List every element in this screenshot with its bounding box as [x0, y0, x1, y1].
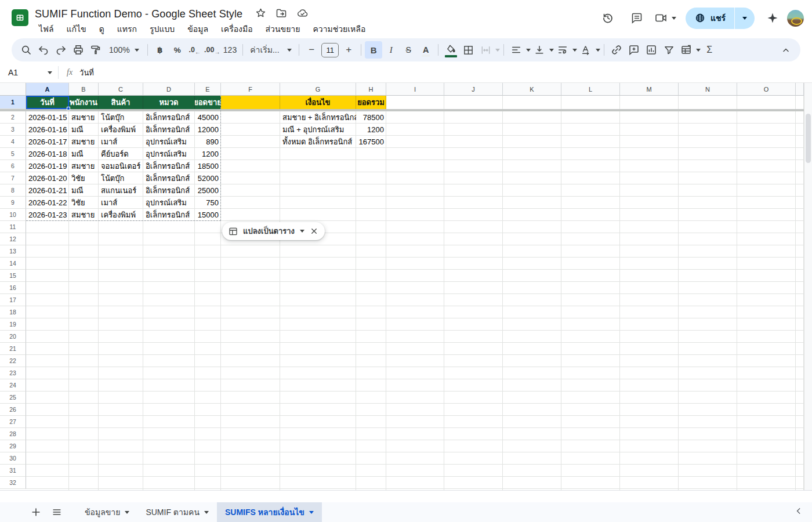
zoom-control[interactable]: 100%: [104, 41, 144, 59]
meet-caret-icon[interactable]: [672, 17, 676, 20]
menu-item-0[interactable]: ไฟล์: [35, 21, 58, 37]
tab-scroll-left-icon[interactable]: [795, 507, 803, 517]
share-button[interactable]: แชร์: [686, 8, 734, 29]
row-header-11[interactable]: 11: [0, 221, 26, 233]
column-header-G[interactable]: G: [280, 83, 356, 96]
cell-H3[interactable]: 1200: [356, 124, 386, 136]
bold-button[interactable]: B: [365, 41, 382, 59]
row-header-23[interactable]: 23: [0, 367, 26, 379]
decrease-font-size-button[interactable]: −: [303, 41, 320, 59]
redo-button[interactable]: [52, 41, 70, 59]
move-to-folder-icon[interactable]: [276, 8, 287, 21]
row-header-21[interactable]: 21: [0, 343, 26, 355]
menu-item-5[interactable]: ข้อมูล: [183, 21, 212, 37]
sheet-tab-caret-icon[interactable]: [309, 511, 314, 514]
version-history-icon[interactable]: [596, 6, 619, 30]
add-sheet-button[interactable]: [26, 502, 46, 522]
undo-button[interactable]: [35, 41, 52, 59]
meet-button[interactable]: [654, 11, 676, 25]
sheets-logo-icon[interactable]: [12, 9, 28, 26]
row-header-13[interactable]: 13: [0, 245, 26, 258]
row-header-27[interactable]: 27: [0, 416, 26, 428]
spreadsheet-grid[interactable]: ABCDEFGHIJKLMNO1234567891011121314151617…: [0, 83, 812, 490]
cell-H2[interactable]: 78500: [356, 111, 386, 124]
vertical-align-button[interactable]: [531, 41, 548, 59]
column-header-K[interactable]: K: [503, 83, 561, 96]
menu-item-8[interactable]: ความช่วยเหลือ: [309, 21, 369, 37]
text-rotation-caret-icon[interactable]: [596, 49, 600, 52]
row-header-22[interactable]: 22: [0, 355, 26, 367]
row-header-4[interactable]: 4: [0, 136, 26, 148]
create-filter-button[interactable]: [660, 41, 677, 59]
name-box[interactable]: A1: [0, 68, 58, 77]
insert-chart-button[interactable]: [643, 41, 660, 59]
column-header-M[interactable]: M: [620, 83, 679, 96]
cell-G3[interactable]: มณี + อุปกรณ์เสริม: [280, 124, 356, 136]
row-header-32[interactable]: 32: [0, 477, 26, 489]
menu-item-7[interactable]: ส่วนขยาย: [262, 21, 304, 37]
row-header-19[interactable]: 19: [0, 318, 26, 331]
row-header-9[interactable]: 9: [0, 197, 26, 209]
italic-button[interactable]: I: [382, 41, 400, 59]
star-icon[interactable]: [255, 8, 266, 21]
select-all-corner[interactable]: [0, 83, 26, 96]
sheet-tab-0[interactable]: ข้อมูลขาย: [77, 502, 137, 522]
row-header-14[interactable]: 14: [0, 258, 26, 270]
borders-button[interactable]: [459, 41, 477, 59]
menu-item-1[interactable]: แก้ไข: [63, 21, 90, 37]
column-header-L[interactable]: L: [561, 83, 620, 96]
cell-H1[interactable]: ยอดรวม: [356, 96, 386, 109]
format-percent-button[interactable]: %: [169, 41, 186, 59]
column-header-A[interactable]: A: [26, 83, 69, 96]
insert-comment-button[interactable]: [625, 41, 643, 59]
column-header-N[interactable]: N: [679, 83, 737, 96]
row-header-15[interactable]: 15: [0, 270, 26, 282]
paint-format-button[interactable]: [87, 41, 104, 59]
column-header-J[interactable]: J: [444, 83, 503, 96]
sheet-tab-2[interactable]: SUMIFS หลายเงื่อนไข: [217, 502, 322, 522]
font-size-input[interactable]: 11: [321, 43, 339, 57]
row-header-2[interactable]: 2: [0, 111, 26, 124]
row-header-28[interactable]: 28: [0, 428, 26, 440]
menu-item-3[interactable]: แทรก: [113, 21, 141, 37]
row-header-31[interactable]: 31: [0, 465, 26, 477]
search-icon[interactable]: [17, 41, 35, 59]
sheet-tab-caret-icon[interactable]: [125, 511, 129, 514]
cell-F1[interactable]: [221, 96, 280, 109]
text-wrapping-caret-icon[interactable]: [572, 49, 577, 52]
menu-item-4[interactable]: รูปแบบ: [146, 21, 179, 37]
text-wrapping-button[interactable]: [554, 41, 571, 59]
row-header-18[interactable]: 18: [0, 306, 26, 318]
cell-G2[interactable]: สมชาย + อิเล็กทรอนิกส์: [280, 111, 356, 124]
vertical-scrollbar[interactable]: [804, 83, 812, 490]
sheet-tab-caret-icon[interactable]: [204, 511, 209, 514]
comments-icon[interactable]: [625, 6, 648, 30]
horizontal-scrollbar[interactable]: [0, 490, 812, 502]
column-header-I[interactable]: I: [386, 83, 444, 96]
horizontal-align-caret-icon[interactable]: [526, 49, 531, 52]
collapse-toolbar-icon[interactable]: [777, 41, 795, 59]
account-avatar[interactable]: [787, 10, 804, 27]
document-title[interactable]: SUMIF Function Demo - Google Sheet Style: [35, 8, 242, 20]
menu-item-2[interactable]: ดู: [95, 21, 108, 37]
column-header-B[interactable]: B: [69, 83, 99, 96]
chip-close-icon[interactable]: [310, 227, 318, 235]
column-header-partial[interactable]: [796, 83, 804, 96]
cloud-status-icon[interactable]: [296, 7, 309, 21]
format-currency-button[interactable]: ฿: [151, 41, 169, 59]
vertical-align-caret-icon[interactable]: [549, 49, 554, 52]
decrease-decimal-button[interactable]: .0←: [186, 41, 204, 59]
print-button[interactable]: [70, 41, 87, 59]
table-views-button[interactable]: [677, 41, 695, 59]
row-header-24[interactable]: 24: [0, 379, 26, 392]
row-header-29[interactable]: 29: [0, 440, 26, 452]
cell-G4[interactable]: ทั้งหมด อิเล็กทรอนิกส์: [280, 136, 356, 148]
increase-font-size-button[interactable]: +: [340, 41, 357, 59]
table-views-caret-icon[interactable]: [696, 49, 701, 52]
font-family-select[interactable]: ค่าเริ่ม...: [246, 41, 295, 59]
row-header-26[interactable]: 26: [0, 404, 26, 416]
strikethrough-button[interactable]: S: [400, 41, 417, 59]
text-color-button[interactable]: A: [417, 41, 434, 59]
row-header-8[interactable]: 8: [0, 184, 26, 197]
column-header-F[interactable]: F: [221, 83, 280, 96]
